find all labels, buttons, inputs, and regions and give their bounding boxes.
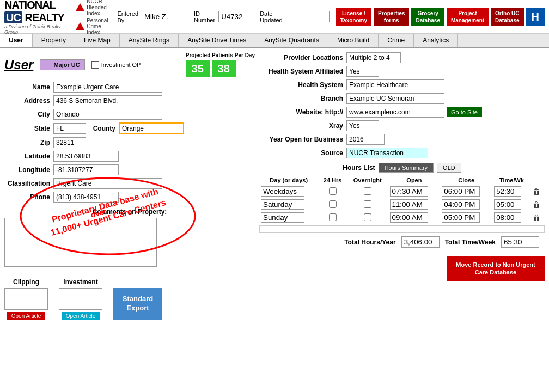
table-row: 🗑 xyxy=(259,211,545,224)
day-input-1[interactable] xyxy=(261,199,304,210)
id-number-input[interactable] xyxy=(218,11,251,22)
projected-numbers: 35 38 xyxy=(186,60,255,77)
clipping-open-article-button[interactable]: Open Article xyxy=(7,312,45,320)
city-row: City xyxy=(4,109,255,120)
nav-anysite-rings[interactable]: AnySite Rings xyxy=(120,34,179,47)
total-hours-input[interactable] xyxy=(401,236,440,248)
user-header: User Major UC Investment OP Projected Pa… xyxy=(4,52,255,77)
longitude-label: Longitude xyxy=(4,166,53,174)
close-time-input-1[interactable] xyxy=(442,199,480,210)
website-input[interactable] xyxy=(346,107,444,118)
col-timewk-header: Time/Wk xyxy=(492,176,531,185)
go-to-site-button[interactable]: Go to Site xyxy=(447,107,482,117)
latitude-input[interactable] xyxy=(53,151,119,162)
open-time-input-2[interactable] xyxy=(390,212,428,223)
website-label: Website: http:// xyxy=(259,108,346,116)
branch-input[interactable] xyxy=(346,93,444,104)
24hrs-checkbox-0[interactable] xyxy=(329,187,337,195)
comments-textarea[interactable] xyxy=(4,218,157,267)
day-input-2[interactable] xyxy=(261,212,304,223)
health-system-affiliated-input[interactable] xyxy=(346,66,379,77)
logo-sub: a Division of Zelnik Realty Group xyxy=(4,24,67,35)
grocery-database-button[interactable]: Grocery Database xyxy=(411,8,444,26)
longitude-row: Longitude xyxy=(4,164,255,175)
provider-locations-input[interactable] xyxy=(346,52,401,63)
standard-export-button[interactable]: Standard Export xyxy=(113,288,162,320)
overnight-checkbox-0[interactable] xyxy=(364,187,371,195)
website-row: Website: http:// Go to Site xyxy=(259,107,545,118)
close-time-input-2[interactable] xyxy=(442,212,480,223)
delete-row-button-1[interactable]: 🗑 xyxy=(533,200,540,209)
open-time-input-1[interactable] xyxy=(390,199,428,210)
warning-icon-2: Personal Crime Index xyxy=(76,17,111,35)
phone-input[interactable] xyxy=(53,192,119,203)
name-input[interactable] xyxy=(53,82,162,93)
nav-anysite-quadrants[interactable]: AnySite Quadrants xyxy=(255,34,328,47)
overnight-checkbox-2[interactable] xyxy=(364,213,371,221)
city-input[interactable] xyxy=(53,109,162,120)
nav-property[interactable]: Property xyxy=(33,34,75,47)
xray-row: Xray xyxy=(259,120,545,131)
source-input[interactable] xyxy=(346,148,428,158)
24hrs-checkbox-1[interactable] xyxy=(329,200,337,208)
entered-by-input[interactable] xyxy=(142,11,185,22)
address-input[interactable] xyxy=(53,95,162,106)
move-record-button[interactable]: Move Record to Non Urgent Care Database xyxy=(447,256,545,281)
nav-user[interactable]: User xyxy=(0,34,33,47)
timewk-input-0[interactable] xyxy=(494,186,521,197)
projected-num-2: 38 xyxy=(212,60,236,77)
investment-op-checkbox[interactable] xyxy=(91,61,99,69)
phone-label: Phone xyxy=(4,193,53,201)
overnight-checkbox-1[interactable] xyxy=(364,200,371,208)
classification-label: Classification xyxy=(4,180,53,187)
close-time-input-0[interactable] xyxy=(442,186,480,197)
zip-input[interactable] xyxy=(53,137,86,148)
delete-row-button-0[interactable]: 🗑 xyxy=(533,187,540,196)
nav-crime[interactable]: Crime xyxy=(379,34,414,47)
health-system-row: Health System xyxy=(259,79,545,90)
col-24hrs-header: 24 Hrs xyxy=(318,176,347,185)
user-title: User xyxy=(4,57,33,72)
warning-icon-1: NUCR Blended Index xyxy=(76,0,111,16)
day-input-0[interactable] xyxy=(261,186,304,197)
ortho-uc-database-button[interactable]: Ortho UC Database xyxy=(491,8,523,26)
nav-analytics[interactable]: Analytics xyxy=(414,34,458,47)
24hrs-checkbox-2[interactable] xyxy=(329,213,337,221)
total-timewk-input[interactable] xyxy=(501,236,539,248)
nav-micro-build[interactable]: Micro Build xyxy=(328,34,379,47)
nav-anysite-drive-times[interactable]: AnySite Drive Times xyxy=(179,34,255,47)
county-input[interactable] xyxy=(119,122,184,134)
major-uc-button[interactable]: Major UC xyxy=(40,59,84,70)
classification-input[interactable] xyxy=(53,178,162,189)
health-system-input[interactable] xyxy=(346,79,444,90)
zip-row: Zip xyxy=(4,137,255,148)
year-open-input[interactable] xyxy=(346,134,385,145)
longitude-input[interactable] xyxy=(53,164,119,175)
warning-icons: NUCR Blended Index Personal Crime Index xyxy=(76,0,111,35)
hours-summary-tab[interactable]: Hours Summary xyxy=(379,163,434,173)
investment-op-section: Investment OP xyxy=(91,61,141,69)
hours-old-tab[interactable]: OLD xyxy=(437,163,461,173)
date-updated-input[interactable] xyxy=(286,11,330,22)
investment-open-article-button[interactable]: Open Article xyxy=(62,312,100,320)
city-label: City xyxy=(4,111,53,118)
timewk-input-2[interactable] xyxy=(494,212,521,223)
delete-row-button-2[interactable]: 🗑 xyxy=(533,213,540,222)
open-time-input-0[interactable] xyxy=(390,186,428,197)
xray-input[interactable] xyxy=(346,120,379,131)
project-management-button[interactable]: Project Management xyxy=(447,8,489,26)
hospital-button[interactable]: H xyxy=(526,8,545,26)
col-close-header: Close xyxy=(440,176,492,185)
left-panel: User Major UC Investment OP Projected Pa… xyxy=(4,52,255,320)
address-row: Address xyxy=(4,95,255,106)
provider-locations-row: Provider Locations xyxy=(259,52,545,63)
nav-live-map[interactable]: Live Map xyxy=(75,34,120,47)
timewk-input-1[interactable] xyxy=(494,199,521,210)
clipping-group: Clipping Open Article xyxy=(4,278,48,320)
state-label: State xyxy=(4,125,53,132)
right-form: Provider Locations Health System Affilia… xyxy=(259,52,545,158)
license-taxonomy-button[interactable]: License / Taxonomy xyxy=(336,8,371,26)
state-input[interactable] xyxy=(53,123,86,134)
properties-forms-button[interactable]: Properties forms xyxy=(374,8,409,26)
branch-row: Branch xyxy=(259,93,545,104)
